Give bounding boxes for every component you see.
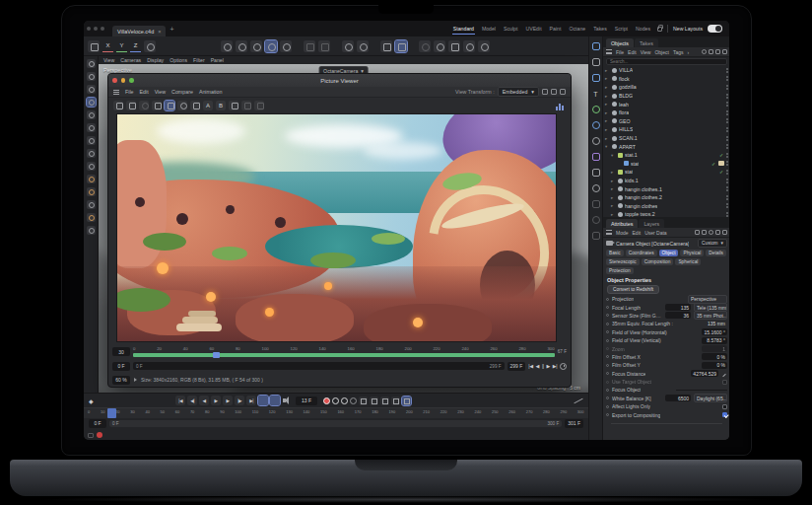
expander-icon[interactable]: ▾ xyxy=(605,144,610,149)
attribute-tab[interactable]: Physical xyxy=(680,250,704,256)
menu-item[interactable]: View xyxy=(155,89,166,95)
menu-item[interactable]: Mode xyxy=(616,230,629,236)
keyframe-dot-icon[interactable] xyxy=(606,306,609,309)
preview-range-slider[interactable]: 0 F 300 F xyxy=(109,420,562,427)
menu-icon[interactable] xyxy=(606,230,612,235)
simulate-icon[interactable] xyxy=(419,40,431,52)
timeline-playhead[interactable] xyxy=(107,408,116,418)
picker-icon[interactable] xyxy=(721,371,727,377)
keyframe-dot-icon[interactable] xyxy=(606,323,609,325)
prev-frame-button[interactable]: ◀ xyxy=(199,396,209,405)
visibility-dots[interactable] xyxy=(726,195,728,200)
edges-mode-icon[interactable] xyxy=(87,187,96,196)
info-icon[interactable] xyxy=(254,101,264,110)
menu-item[interactable]: Edit xyxy=(633,230,642,236)
attribute-tab[interactable]: Composition xyxy=(642,258,674,265)
render-alert-icon[interactable] xyxy=(97,432,102,438)
convert-to-redshift-button[interactable]: Convert to Redshift xyxy=(607,285,659,294)
keyframe-dot-icon[interactable] xyxy=(606,298,609,301)
live-selection-icon[interactable] xyxy=(87,72,96,81)
keyframe-dot-icon[interactable] xyxy=(606,397,609,399)
expander-icon[interactable]: ▸ xyxy=(605,68,610,73)
attribute-value-field[interactable]: 1 xyxy=(702,345,727,352)
viewport-solo-icon[interactable] xyxy=(87,226,96,235)
scale-tool-icon[interactable] xyxy=(87,123,96,132)
contrast-icon[interactable] xyxy=(177,101,187,110)
visibility-dots[interactable] xyxy=(726,127,728,132)
coord-system-icon[interactable] xyxy=(144,40,156,52)
attribute-value-field[interactable]: 8.5783 ° xyxy=(702,337,727,344)
key-snap-button[interactable] xyxy=(270,396,280,405)
pv-play-button[interactable]: ▶ xyxy=(546,363,549,369)
object-row[interactable]: ▸ flock xyxy=(603,75,729,84)
preset-dropdown[interactable]: Custom ▾ xyxy=(698,239,727,248)
layout-tab[interactable]: Model xyxy=(481,24,497,34)
panel-tab[interactable]: Takes xyxy=(635,38,658,47)
object-row[interactable]: ▸ HILLS xyxy=(603,125,729,134)
text-tool-icon[interactable]: T xyxy=(592,90,600,98)
zoom-window-button[interactable] xyxy=(101,27,104,31)
menu-item[interactable]: File xyxy=(616,49,624,55)
menu-item[interactable]: Tags xyxy=(673,49,684,55)
audio-icon[interactable] xyxy=(282,397,290,404)
popout-icon[interactable] xyxy=(551,89,557,95)
visibility-dots[interactable] xyxy=(726,85,728,90)
popout-icon[interactable] xyxy=(722,230,727,235)
axis-z-button[interactable]: Z xyxy=(130,40,141,52)
range-right-handle-label[interactable]: 300 F xyxy=(547,421,559,426)
object-row[interactable]: ▸ VILLA xyxy=(603,66,729,75)
attribute-tab[interactable]: Object xyxy=(659,250,679,256)
filter-icon[interactable] xyxy=(241,101,251,110)
object-row[interactable]: ▸ GEO xyxy=(603,117,729,126)
record-button[interactable] xyxy=(323,397,330,404)
expander-icon[interactable]: ▸ xyxy=(605,76,610,81)
compare-b-button[interactable]: B xyxy=(216,101,226,110)
visibility-dots[interactable] xyxy=(726,161,728,166)
object-row[interactable]: ▸ stat ✓ xyxy=(603,168,729,177)
attribute-dropdown[interactable]: Daylight (65... xyxy=(694,394,727,402)
objects-search-input[interactable] xyxy=(606,58,727,65)
cube-icon[interactable] xyxy=(592,74,600,82)
viewport-menu-item[interactable]: Display xyxy=(147,57,164,63)
goto-end-button[interactable]: ▶| xyxy=(246,396,256,405)
points-mode-icon[interactable] xyxy=(87,175,96,183)
visibility-dots[interactable] xyxy=(726,186,728,191)
enabled-check-icon[interactable]: ✓ xyxy=(710,161,716,167)
material-icon[interactable] xyxy=(280,40,292,52)
expander-icon[interactable]: ▸ xyxy=(611,203,616,208)
close-tab-icon[interactable]: × xyxy=(158,29,161,35)
attribute-checkbox[interactable] xyxy=(722,412,727,417)
goto-start-button[interactable]: |◀ xyxy=(175,396,185,405)
keyframe-params-button[interactable] xyxy=(350,397,357,404)
pv-range-slider[interactable]: 0 F 299 F xyxy=(133,362,505,370)
popout-icon[interactable] xyxy=(722,49,727,54)
attribute-value-field[interactable]: 36 xyxy=(665,312,691,319)
panel-tab[interactable]: Attributes xyxy=(606,219,638,228)
attribute-checkbox[interactable] xyxy=(722,404,727,409)
compare-a-button[interactable]: A xyxy=(203,101,213,110)
close-window-button[interactable] xyxy=(87,27,91,31)
object-row[interactable]: ▸ SCAN.1 xyxy=(603,134,729,143)
search-icon[interactable] xyxy=(87,59,96,68)
scene-nodes-icon[interactable] xyxy=(478,40,490,52)
attribute-value-field[interactable]: 135 mm xyxy=(706,321,727,327)
menu-item[interactable]: Compare xyxy=(171,89,193,95)
menu-item[interactable]: Edit xyxy=(628,49,637,55)
expander-icon[interactable]: ▸ xyxy=(611,195,616,200)
layout-tab[interactable]: Paint xyxy=(549,24,563,34)
back-arrow-icon[interactable] xyxy=(695,230,700,235)
lock-layout-icon[interactable] xyxy=(657,27,662,32)
pv-zoom-field[interactable]: 60 % xyxy=(112,376,130,385)
attribute-value-field[interactable]: 42764.529 xyxy=(691,370,718,377)
axis-x-button[interactable]: X xyxy=(102,40,113,52)
keyframe-dot-icon[interactable] xyxy=(606,364,609,367)
visibility-dots[interactable] xyxy=(726,102,728,107)
snap-icon[interactable] xyxy=(318,40,330,52)
delete-icon[interactable] xyxy=(139,101,149,110)
attribute-tab[interactable]: Stereoscopic xyxy=(606,258,640,265)
viewport-menu-item[interactable]: Panel xyxy=(211,57,224,63)
visibility-dots[interactable] xyxy=(726,118,728,123)
menu-overflow-icon[interactable]: › xyxy=(687,49,689,55)
axis-y-button[interactable]: Y xyxy=(116,40,127,52)
attribute-tab[interactable]: Basic xyxy=(606,250,624,256)
